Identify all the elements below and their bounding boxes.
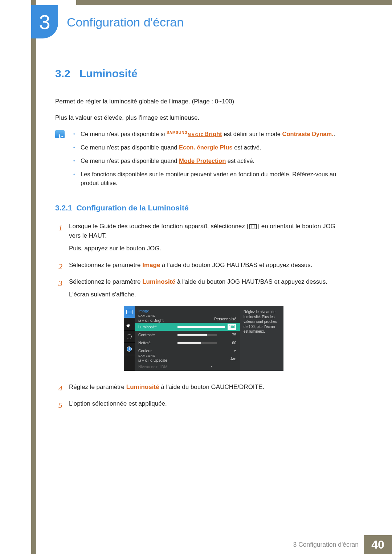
gear-icon: [127, 334, 132, 339]
chevron-down-icon: ▾: [211, 364, 213, 369]
osd-bright-label: Bright: [154, 318, 163, 323]
osd-main: Image SAMSUNG MAGICBright Personnalisé L…: [135, 306, 240, 371]
osd-row-contraste: Contraste 75: [135, 331, 240, 339]
subsection-title: Configuration de la Luminosité: [76, 204, 188, 212]
param-name: Luminosité: [142, 278, 175, 285]
note-block: Ce menu n'est pas disponible si SAMSUNGM…: [55, 130, 338, 192]
osd-value: 100: [228, 324, 236, 330]
osd-screenshot: i Image SAMSUNG MAGICBright Personnalisé: [69, 306, 338, 371]
arrows-icon: [129, 324, 130, 325]
monitor-icon: [126, 310, 132, 314]
chapter-title: Configuration d'écran: [67, 15, 184, 29]
step: 2 Sélectionnez le paramètre Image à l'ai…: [55, 260, 338, 273]
step-body: Sélectionnez le paramètre Luminosité à l…: [69, 277, 338, 378]
osd-tab-info: i: [124, 343, 135, 355]
section-intro-1: Permet de régler la luminosité globale d…: [55, 97, 338, 106]
brand-bot: MAGIC: [138, 359, 154, 362]
step-body: L'option sélectionnée est appliquée.: [69, 399, 338, 411]
section-title: Luminosité: [79, 67, 138, 79]
step-number: 4: [55, 382, 62, 395]
step: 5 L'option sélectionnée est appliquée.: [55, 399, 338, 411]
steps-list: 1 Lorsque le Guide des touches de foncti…: [55, 222, 338, 412]
osd-label: Niveau noir HDMI: [138, 364, 175, 370]
osd-slider-fill: [177, 326, 225, 328]
osd-value: Personnalisé: [177, 316, 236, 322]
bright-label: Bright: [204, 131, 222, 137]
note-list: Ce menu n'est pas disponible si SAMSUNGM…: [73, 130, 338, 192]
osd-label: SAMSUNG MAGICUpscale: [138, 354, 175, 363]
page-number: 40: [364, 535, 392, 554]
osd-value: Arr.: [220, 356, 236, 362]
section-heading: 3.2 Luminosité: [55, 67, 338, 80]
note-item: Les fonctions disponibles sur le moniteu…: [73, 170, 338, 188]
step-text: Sélectionnez le paramètre: [69, 278, 142, 285]
osd-row-hdmi-disabled: Niveau noir HDMI ▾: [135, 363, 240, 371]
page-footer: 3 Configuration d'écran 40: [293, 535, 392, 554]
param-name: Luminosité: [126, 383, 159, 390]
note-text: Ce menu n'est pas disponible si: [81, 131, 167, 137]
brand-top: SAMSUNG: [167, 131, 188, 135]
osd-value: 75: [220, 332, 236, 338]
osd-value: 60: [220, 340, 236, 346]
step-text: à l'aide du bouton GAUCHE/DROITE.: [159, 383, 264, 390]
note-text: .: [334, 131, 335, 137]
osd-label: Couleur: [138, 348, 175, 354]
note-item: Ce menu n'est pas disponible quand Econ.…: [73, 143, 338, 152]
osd-sidebar-blank: [124, 355, 135, 371]
note-text: est activé.: [233, 144, 261, 151]
osd-slider: [177, 326, 225, 328]
osd-row-magicupscale: SAMSUNG MAGICUpscale Arr.: [135, 355, 240, 363]
step-body: Lorsque le Guide des touches de fonction…: [69, 222, 338, 256]
osd-row-magicbright: SAMSUNG MAGICBright Personnalisé: [135, 315, 240, 323]
step-body: Réglez le paramètre Luminosité à l'aide …: [69, 382, 338, 395]
step-text: L'option sélectionnée est appliquée.: [69, 399, 338, 409]
osd-slider-fill: [177, 334, 207, 336]
step-body: Sélectionnez le paramètre Image à l'aide…: [69, 260, 338, 273]
brand-bot: MAGIC: [188, 133, 204, 137]
osd-label: SAMSUNG MAGICBright: [138, 315, 175, 323]
note-text: est défini sur le mode: [222, 131, 282, 137]
menu-button-icon: [249, 224, 257, 229]
osd-row-nettete: Netteté 60: [135, 339, 240, 347]
chapter-number: 3: [39, 10, 50, 34]
link-text: Mode Protection: [179, 157, 226, 164]
decorative-left-bar: [31, 0, 36, 554]
step-text: Sélectionnez le paramètre: [69, 262, 142, 268]
osd-tab-image: [124, 306, 135, 318]
step-number: 5: [55, 399, 62, 411]
brand-top: SAMSUNG: [138, 315, 175, 317]
subsection-number: 3.2.1: [55, 204, 72, 212]
note-icon: [55, 130, 65, 138]
footer-chapter-label: 3 Configuration d'écran: [293, 541, 359, 549]
mode-name: Contraste Dynam.: [282, 131, 334, 137]
osd-label: Netteté: [138, 340, 175, 346]
decorative-top-bar: [76, 0, 392, 5]
step-text: Réglez le paramètre: [69, 383, 126, 390]
osd-slider-fill: [177, 342, 201, 344]
note-item: Ce menu n'est pas disponible quand Mode …: [73, 156, 338, 165]
brand-top: SAMSUNG: [138, 354, 175, 357]
step-text: L'écran suivant s'affiche.: [69, 290, 338, 299]
osd-tab-settings: [124, 331, 135, 343]
note-text: Ce menu n'est pas disponible quand: [81, 144, 179, 151]
osd-label: Contraste: [138, 332, 175, 338]
section-intro-2: Plus la valeur est élevée, plus l'image …: [55, 114, 338, 123]
osd-help-panel: Réglez le niveau de luminosité. Plus les…: [240, 306, 283, 371]
chevron-right-icon: ▸: [220, 348, 236, 353]
osd-tab-nav: [124, 318, 135, 331]
osd-sidebar: i: [124, 306, 135, 371]
step: 3 Sélectionnez le paramètre Luminosité à…: [55, 277, 338, 378]
osd-row-luminosite-selected: Luminosité 100: [135, 323, 240, 331]
osd-panel: i Image SAMSUNG MAGICBright Personnalisé: [124, 306, 283, 371]
note-item: Ce menu n'est pas disponible si SAMSUNGM…: [73, 130, 338, 139]
link-text: Econ. énergie Plus: [179, 144, 233, 151]
step-number: 3: [55, 277, 62, 378]
brand-bot: MAGIC: [138, 319, 154, 323]
page-content: 3.2 Luminosité Permet de régler la lumin…: [55, 67, 338, 416]
step-number: 1: [55, 222, 62, 256]
param-name: Image: [142, 262, 160, 268]
step-text: Lorsque le Guide des touches de fonction…: [69, 223, 248, 230]
note-text: est activé.: [226, 157, 254, 164]
section-number: 3.2: [55, 67, 70, 79]
step-number: 2: [55, 260, 62, 273]
